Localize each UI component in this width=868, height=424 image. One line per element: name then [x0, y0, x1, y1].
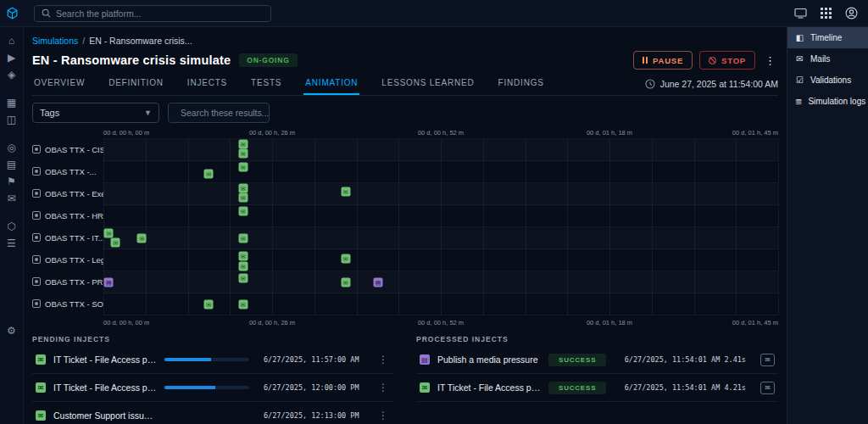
breadcrumb-simulations[interactable]: Simulations — [32, 36, 78, 46]
email-inject-icon[interactable]: ✉ — [104, 229, 114, 238]
gridline — [230, 139, 231, 315]
email-inject-icon[interactable]: ✉ — [238, 184, 248, 193]
tab-tests[interactable]: TESTS — [249, 73, 283, 95]
simulations-icon[interactable]: ▶ — [0, 49, 24, 66]
page-title: EN - Ransomware crisis simulate — [32, 53, 231, 67]
account-icon[interactable] — [845, 7, 858, 20]
email-inject-icon[interactable]: ✉ — [238, 193, 248, 203]
team-row-label: OBAS TTX - CISO — [32, 138, 103, 160]
email-inject-icon[interactable]: ✉ — [238, 300, 248, 310]
email-inject-icon[interactable]: ✉ — [111, 238, 120, 248]
app-logo[interactable] — [0, 0, 24, 27]
email-inject-icon[interactable]: ✉ — [137, 234, 147, 243]
email-inject-icon[interactable]: ✉ — [238, 140, 248, 149]
row-menu-icon[interactable]: ⋮ — [376, 354, 391, 365]
tab-animation[interactable]: ANIMATION — [303, 73, 359, 95]
documents-icon[interactable]: ▤ — [0, 156, 24, 173]
integrations-icon[interactable]: ☰ — [0, 235, 24, 252]
pending-inject-row[interactable]: ✉IT Ticket - File Access problem...6/27/… — [32, 346, 394, 374]
email-inject-icon[interactable]: ✉ — [238, 262, 248, 271]
email-inject-icon: ✉ — [36, 382, 46, 393]
results-search-input[interactable] — [181, 108, 295, 118]
scenarios-icon[interactable]: ▦ — [0, 94, 24, 111]
mails-icon: ✉ — [795, 54, 804, 64]
gridline — [652, 139, 653, 315]
pending-injects-section: PENDING INJECTS ✉IT Ticket - File Access… — [32, 333, 394, 424]
inject-details-icon[interactable]: ✉ — [760, 382, 775, 394]
pause-icon — [643, 57, 648, 64]
media-inject-icon[interactable]: ▤ — [104, 278, 114, 287]
global-search-input[interactable] — [56, 8, 264, 19]
email-inject-icon[interactable]: ✉ — [341, 187, 350, 197]
tags-filter[interactable]: Tags ▼ — [32, 103, 159, 123]
team-row-label: OBAS TTX -... — [32, 160, 103, 182]
email-inject-icon[interactable]: ✉ — [238, 274, 248, 283]
settings-icon[interactable]: ⚙ — [0, 283, 24, 378]
atomic-testing-icon[interactable]: ◈ — [0, 66, 24, 83]
gridline — [398, 139, 399, 315]
pending-inject-row[interactable]: ✉IT Ticket - File Access problem...6/27/… — [32, 374, 394, 402]
email-inject-icon[interactable]: ✉ — [341, 278, 350, 287]
inject-details-icon[interactable]: ✉ — [760, 354, 775, 366]
header-actions: PAUSE STOP ⋮ — [633, 51, 778, 70]
assets-icon[interactable]: ◫ — [0, 111, 24, 128]
row-menu-icon[interactable]: ⋮ — [376, 410, 391, 421]
apps-grid-icon[interactable] — [821, 8, 832, 19]
inject-title: IT Ticket - File Access problem... — [53, 382, 157, 393]
inject-progress — [164, 386, 249, 389]
timeline-axis-bottom: 00 d, 00 h, 00 m00 d, 00 h, 26 m00 d, 00… — [103, 318, 778, 330]
email-inject-icon[interactable]: ✉ — [238, 163, 248, 172]
payloads-icon[interactable]: ⬡ — [0, 218, 24, 235]
clock-icon — [645, 79, 655, 89]
team-row-label: OBAS TTX - HR — [32, 204, 103, 226]
channels-icon[interactable]: ✉ — [0, 190, 24, 207]
side-menu-label: Simulation logs — [808, 97, 865, 106]
gridline — [441, 139, 442, 315]
email-inject-icon[interactable]: ✉ — [238, 207, 248, 216]
stop-button[interactable]: STOP — [699, 51, 755, 70]
side-menu-label: Timeline — [810, 33, 842, 42]
row-menu-icon[interactable]: ⋮ — [376, 382, 391, 393]
axis-label: 00 d, 01 h, 18 m — [587, 129, 632, 137]
email-inject-icon[interactable]: ✉ — [238, 234, 248, 243]
email-inject-icon[interactable]: ✉ — [204, 170, 214, 179]
processed-inject-row[interactable]: ▤Publish a media pressureSUCCESS6/27/202… — [416, 346, 778, 374]
media-inject-icon: ▤ — [420, 354, 430, 365]
chevron-down-icon: ▼ — [144, 109, 152, 117]
header-menu-icon[interactable]: ⋮ — [762, 54, 778, 67]
gridline — [483, 139, 484, 315]
validations-icon: ☑ — [795, 75, 804, 85]
tabs: OVERVIEWDEFINITIONINJECTSTESTSANIMATIONL… — [32, 73, 546, 95]
challenges-icon[interactable]: ⚑ — [0, 173, 24, 190]
processed-inject-row[interactable]: ✉IT Ticket - File Access problem...SUCCE… — [416, 374, 778, 402]
logs-icon: ≣ — [795, 97, 802, 106]
tab-findings[interactable]: FINDINGS — [497, 73, 546, 95]
tab-overview[interactable]: OVERVIEW — [32, 73, 86, 95]
inject-title: IT Ticket - File Access problem... — [53, 354, 157, 365]
tab-injects[interactable]: INJECTS — [186, 73, 229, 95]
gridline — [103, 139, 104, 315]
teams-icon[interactable]: ◎ — [0, 139, 24, 156]
results-search[interactable] — [168, 103, 270, 123]
axis-label: 00 d, 00 h, 52 m — [418, 319, 464, 326]
tab-lessons-learned[interactable]: LESSONS LEARNED — [380, 73, 476, 95]
simulation-datetime: June 27, 2025 at 11:54:00 AM — [645, 79, 778, 89]
processed-injects-section: PROCESSED INJECTS ▤Publish a media press… — [416, 333, 778, 424]
email-inject-icon[interactable]: ✉ — [238, 149, 248, 159]
side-menu-validations[interactable]: ☑Validations — [787, 70, 868, 91]
side-menu-simulation-logs[interactable]: ≣Simulation logs — [787, 91, 868, 112]
home-icon[interactable]: ⌂ — [0, 32, 24, 49]
screen-share-icon[interactable] — [794, 8, 807, 19]
team-icon — [32, 167, 41, 176]
email-inject-icon[interactable]: ✉ — [204, 300, 214, 310]
global-search[interactable] — [34, 5, 271, 22]
tab-definition[interactable]: DEFINITION — [107, 73, 165, 95]
side-menu-timeline[interactable]: ◧Timeline — [787, 27, 868, 48]
email-inject-icon[interactable]: ✉ — [238, 252, 248, 261]
pause-button[interactable]: PAUSE — [633, 51, 693, 70]
team-icon — [32, 255, 41, 264]
media-inject-icon[interactable]: ▤ — [373, 278, 382, 287]
email-inject-icon[interactable]: ✉ — [341, 254, 350, 264]
side-menu-mails[interactable]: ✉Mails — [787, 48, 868, 70]
pending-inject-row[interactable]: ✉Customer Support issues noted6/27/2025,… — [32, 402, 394, 424]
